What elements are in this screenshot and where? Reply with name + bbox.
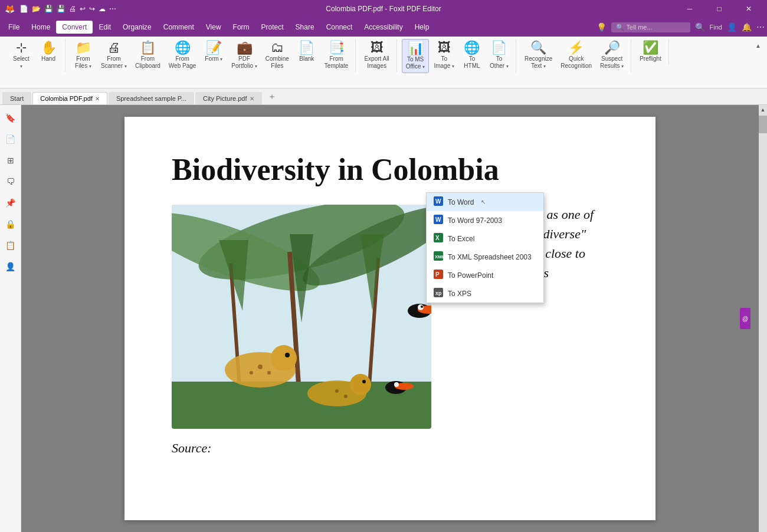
xml-icon: XML [434,251,443,262]
to-ms-office-label: To MSOffice ▾ [406,56,425,70]
ribbon-group-export: 🖼 Export AllImages [357,39,396,72]
dropdown-to-word-97[interactable]: W To Word 97-2003 [427,211,543,229]
menu-view[interactable]: View [200,21,227,34]
from-files-button[interactable]: 📁 FromFiles ▾ [70,39,96,72]
lightbulb-icon[interactable]: 💡 [596,22,607,32]
search-icon-2[interactable]: 🔍 [695,22,705,32]
sidebar-pages-icon[interactable]: 📋 [2,237,19,254]
sidebar-layers-icon[interactable]: ⊞ [2,152,19,169]
search-input[interactable] [627,24,686,31]
hand-icon: ✋ [41,41,57,54]
menu-convert[interactable]: Convert [56,21,93,34]
pdf-portfolio-button[interactable]: 💼 PDFPortfolio ▾ [228,39,260,72]
svg-text:XML: XML [435,254,443,260]
tab-city-picture[interactable]: City Picture.pdf ✕ [195,92,262,104]
minimize-button[interactable]: ─ [676,0,703,18]
menu-organize[interactable]: Organize [117,21,158,34]
form-label: Form ▾ [205,55,222,63]
close-button[interactable]: ✕ [735,0,762,18]
save-all-icon[interactable]: 💾 [55,4,67,14]
form-button[interactable]: 📝 Form ▾ [201,39,227,65]
cursor-indicator: ↖ [481,199,486,205]
dropdown-to-xml[interactable]: XML To XML Spreadsheet 2003 [427,248,543,266]
redo-icon[interactable]: ↪ [88,4,96,14]
menu-connect[interactable]: Connect [320,21,359,34]
more-icon[interactable]: ⋯ [108,4,117,14]
notification-icon[interactable]: 🔔 [742,22,752,32]
save-icon[interactable]: 💾 [43,4,54,14]
from-template-button[interactable]: 📑 FromTemplate [321,39,352,72]
tab-city-picture-close[interactable]: ✕ [250,96,254,102]
sidebar-comment-icon[interactable]: 🗨 [2,173,19,190]
undo-icon[interactable]: ↩ [78,4,87,14]
dropdown-to-excel[interactable]: X To Excel [427,229,543,248]
ribbon-collapse-btn[interactable]: ▲ [754,41,762,50]
ribbon-group-preflight: ✅ Preflight [632,39,669,65]
from-webpage-button[interactable]: 🌐 FromWeb Page [165,39,200,72]
scroll-up-button[interactable]: ▲ [759,105,767,114]
to-html-label: ToHTML [464,55,480,70]
to-other-button[interactable]: 📄 ToOther ▾ [486,39,512,72]
maximize-button[interactable]: □ [706,0,733,18]
menu-help[interactable]: Help [409,21,435,34]
menu-form[interactable]: Form [227,21,255,34]
from-files-icon: 📁 [76,41,91,54]
tabs-bar: Start Colombia PDF.pdf ✕ Spreadsheet sam… [0,88,767,105]
print-icon[interactable]: 🖨 [68,4,77,14]
menu-file[interactable]: File [2,21,25,34]
svg-point-14 [267,371,271,375]
right-scrollbar: ▲ [759,105,767,532]
open-icon[interactable]: 📂 [31,4,42,14]
window-title: Colombia PDF.pdf - Foxit PDF Editor [326,5,441,13]
new-tab-button[interactable]: ＋ [263,89,281,104]
pdf-portfolio-label: PDFPortfolio ▾ [231,55,257,70]
tab-start-label: Start [10,95,24,102]
svg-point-16 [285,353,290,357]
preflight-button[interactable]: ✅ Preflight [636,39,665,65]
to-html-button[interactable]: 🌐 ToHTML [459,39,485,72]
from-clipboard-button[interactable]: 📋 FromClipboard [132,39,164,72]
quick-recognition-button[interactable]: ⚡ QuickRecognition [557,39,595,72]
menu-edit[interactable]: Edit [93,21,117,34]
dropdown-to-powerpoint[interactable]: P To PowerPoint [427,266,543,284]
to-image-button[interactable]: 🖼 ToImage ▾ [430,39,458,72]
more-options-icon[interactable]: ⋯ [756,22,765,32]
ribbon-group-ocr: 🔍 RecognizeText ▾ ⚡ QuickRecognition 🔎 S… [517,39,631,72]
source-label: Source: [172,441,212,455]
menu-comment[interactable]: Comment [158,21,200,34]
cloud-icon[interactable]: ☁ [97,4,107,14]
tab-spreadsheet[interactable]: Spreadsheet sample P... [109,92,194,104]
tab-colombia-close[interactable]: ✕ [95,96,100,102]
select-button[interactable]: ⊹ Select▾ [8,39,34,72]
export-all-images-button[interactable]: 🖼 Export AllImages [360,39,392,72]
blank-button[interactable]: 📄 Blank [294,39,320,65]
to-ms-office-button[interactable]: 📊 To MSOffice ▾ [402,39,430,73]
tab-start[interactable]: Start [2,92,31,104]
menu-share[interactable]: Share [290,21,320,34]
new-icon[interactable]: 📄 [18,4,30,14]
from-scanner-button[interactable]: 🖨 FromScanner ▾ [97,39,130,72]
to-image-icon: 🖼 [438,41,451,54]
suspect-results-button[interactable]: 🔎 SuspectResults ▾ [596,39,627,72]
from-webpage-icon: 🌐 [175,41,191,54]
menu-accessibility[interactable]: Accessibility [358,21,408,34]
user-icon[interactable]: 👤 [727,22,737,32]
combine-files-button[interactable]: 🗂 CombineFiles [262,39,293,72]
ribbon-buttons-ocr: 🔍 RecognizeText ▾ ⚡ QuickRecognition 🔎 S… [521,39,627,72]
sidebar-page-icon[interactable]: 📄 [2,131,19,147]
sidebar-bookmark-icon[interactable]: 🔖 [2,110,19,126]
menu-protect[interactable]: Protect [255,21,290,34]
right-panel-toggle[interactable]: @ [740,308,750,329]
sidebar-pin-icon[interactable]: 📌 [2,195,19,211]
from-template-icon: 📑 [329,41,345,54]
menu-home[interactable]: Home [25,21,56,34]
dropdown-to-xps[interactable]: xp To XPS [427,284,543,303]
scroll-thumb[interactable] [759,116,767,133]
hand-button[interactable]: ✋ Hand [35,39,61,65]
recognize-text-button[interactable]: 🔍 RecognizeText ▾ [521,39,556,72]
dropdown-to-word[interactable]: W To Word ↖ [427,193,543,211]
to-ms-office-icon: 📊 [408,42,424,55]
sidebar-user-icon[interactable]: 👤 [2,258,19,275]
tab-colombia[interactable]: Colombia PDF.pdf ✕ [32,92,107,104]
sidebar-lock-icon[interactable]: 🔒 [2,216,19,232]
